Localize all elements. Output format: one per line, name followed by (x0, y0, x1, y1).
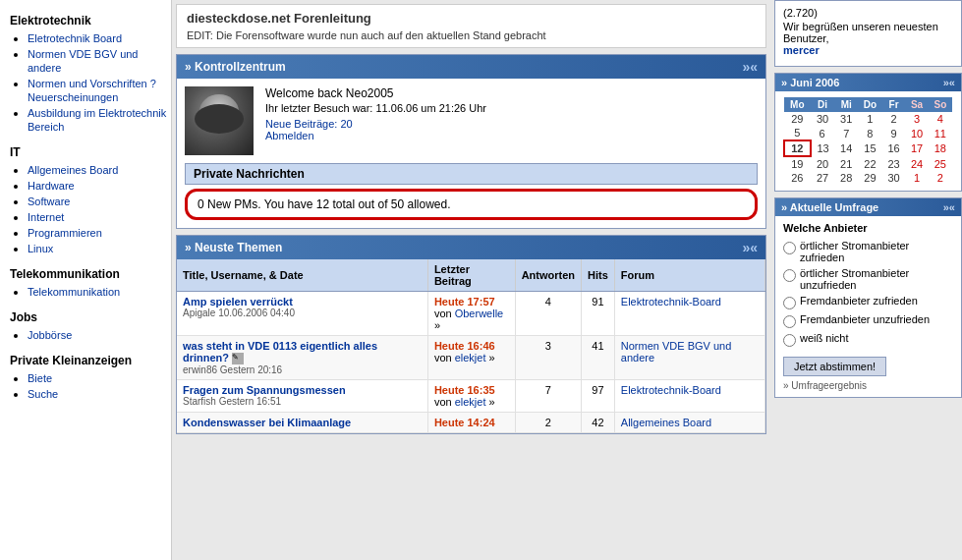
kontrollzentrum-arrows[interactable]: »« (742, 59, 758, 75)
pn-body: 0 New PMs. You have 12 total out of 50 a… (185, 189, 758, 220)
sidebar-link-1-3[interactable]: Internet (28, 211, 64, 223)
col-forum: Forum (614, 259, 764, 292)
cal-cell: 16 (882, 140, 905, 156)
topic-link-1[interactable]: was steht in VDE 0113 eigentlich alles d… (183, 340, 377, 364)
sidebar-link-1-2[interactable]: Software (28, 196, 70, 207)
topic-link-2[interactable]: Fragen zum Spannungsmessen (183, 384, 346, 396)
sidebar-link-1-0[interactable]: Allgemeines Board (28, 164, 118, 176)
author-link-0[interactable]: Oberwelle (455, 308, 504, 319)
topic-link-3[interactable]: Kondenswasser bei Klimaanlage (183, 417, 351, 428)
edit-icon: ✎ (232, 353, 244, 364)
cal-cell: 11 (929, 126, 952, 140)
sidebar-link-1-4[interactable]: Programmieren (28, 227, 102, 239)
sidebar-link-1-1[interactable]: Hardware (28, 180, 75, 192)
umfrage-box: » Aktuelle Umfrage »« Welche Anbieter ör… (774, 197, 962, 398)
col-last-beitrag: Letzter Beitrag (427, 259, 515, 292)
topic-link-0[interactable]: Amp spielen verrückt (183, 296, 293, 308)
umfrage-label-4: weiß nicht (800, 332, 849, 344)
announce-text: EDIT: Die Forensoftware wurde nun auch a… (187, 29, 756, 41)
topic-meta-0: Apigale 10.06.2006 04:40 (183, 308, 422, 318)
sidebar-link-0-3[interactable]: Ausbildung im Elektrotechnik Bereich (28, 107, 166, 133)
cal-cell: 8 (858, 126, 882, 140)
umfrage-arrows[interactable]: »« (943, 201, 955, 213)
forum-link-3[interactable]: Allgemeines Board (621, 417, 711, 428)
umfrage-radio-4[interactable] (783, 334, 796, 347)
cal-cell: 21 (834, 156, 857, 171)
cal-header-sa: Sa (905, 97, 928, 112)
sidebar-item-2-0: Telekommunikation (28, 285, 171, 299)
sidebar-item-0-0: Eletrotechnik Board (28, 31, 171, 45)
forum-3: Allgemeines Board (614, 413, 764, 433)
forum-link-0[interactable]: Elektrotechnik-Board (621, 296, 721, 308)
sidebar-link-4-0[interactable]: Biete (28, 372, 52, 384)
kontroll-links: Neue Beiträge: 20 Abmelden (265, 118, 758, 141)
sidebar-section-title-3: Jobs (0, 305, 171, 326)
antworten-3: 2 (515, 413, 581, 433)
cal-cell: 18 (929, 140, 952, 156)
beitrag-time-3: Heute 14:24 (434, 417, 495, 428)
forum-link-2[interactable]: Elektrotechnik-Board (621, 384, 721, 396)
pn-message: 0 New PMs. You have 12 total out of 50 a… (198, 197, 451, 211)
sidebar-item-1-2: Software (28, 195, 171, 208)
newcomer-count: (2.720) (783, 7, 953, 19)
sidebar-section-title-2: Telekommunikation (0, 261, 171, 283)
sidebar-link-0-2[interactable]: Normen und Vorschriften ? Neuerscheinung… (28, 78, 156, 103)
sidebar-section-1: ITAllgemeines BoardHardwareSoftwareInter… (0, 140, 171, 255)
hits-0: 91 (582, 292, 615, 336)
sidebar-item-1-1: Hardware (28, 179, 171, 193)
table-row: Kondenswasser bei KlimaanlageHeute 14:24… (177, 413, 765, 433)
umfrage-option-3: Fremdanbieter unzufrieden (783, 313, 953, 328)
umfrage-option-2: Fremdanbieter zufrieden (783, 295, 953, 309)
newcomer-text: Wir begrüßen unseren neuesten Benutzer, … (783, 21, 953, 56)
cal-cell: 19 (784, 156, 811, 171)
sidebar-section-2: TelekommunikationTelekommunikation (0, 261, 171, 299)
umfrage-radio-0[interactable] (783, 242, 796, 254)
sidebar-link-0-1[interactable]: Normen VDE BGV und andere (28, 48, 139, 74)
umfrage-radio-2[interactable] (783, 297, 796, 309)
author-link-2[interactable]: elekjet (455, 396, 486, 408)
cal-cell: 17 (905, 140, 928, 156)
sidebar-item-4-1: Suche (28, 387, 171, 401)
avatar (185, 86, 254, 155)
sidebar-link-4-1[interactable]: Suche (28, 388, 58, 400)
cal-cell: 3 (905, 112, 928, 126)
beitrag-time-0: Heute 17:57 (434, 296, 495, 308)
cal-cell: 12 (784, 140, 811, 156)
calendar-arrows[interactable]: »« (943, 77, 955, 88)
sidebar-item-0-3: Ausbildung im Elektrotechnik Bereich (28, 106, 171, 134)
umfrage-radio-3[interactable] (783, 315, 796, 328)
sidebar-link-1-5[interactable]: Linux (28, 243, 53, 254)
announcement-box: diesteckdose.net Forenleitung EDIT: Die … (176, 4, 766, 48)
newcomer-link[interactable]: mercer (783, 44, 820, 56)
neue-beitraege-link[interactable]: Neue Beiträge: 20 (265, 118, 353, 130)
cal-cell: 2 (882, 112, 905, 126)
sidebar-item-0-2: Normen und Vorschriften ? Neuerscheinung… (28, 77, 171, 104)
cal-cell: 15 (858, 140, 882, 156)
umfrage-option-4: weiß nicht (783, 332, 953, 347)
cal-cell: 28 (834, 171, 857, 185)
abstimmen-button[interactable]: Jetzt abstimmen! (783, 357, 886, 376)
sidebar-section-0: ElektrotechnikEletrotechnik BoardNormen … (0, 8, 171, 134)
abmelden-link[interactable]: Abmelden (265, 130, 314, 141)
sidebar-link-2-0[interactable]: Telekommunikation (28, 286, 120, 298)
forum-2: Elektrotechnik-Board (614, 380, 764, 413)
topic-title-cell-2: Fragen zum SpannungsmessenStarfish Geste… (177, 380, 427, 413)
themen-table: Title, Username, & Date Letzter Beitrag … (177, 259, 765, 433)
themen-arrows[interactable]: »« (742, 240, 758, 255)
forum-link-1[interactable]: Normen VDE BGV und andere (621, 340, 732, 364)
beitrag-author-1: von elekjet » (434, 352, 495, 364)
cal-header-do: Do (858, 97, 882, 112)
sidebar-link-0-0[interactable]: Eletrotechnik Board (28, 32, 122, 44)
cal-cell: 20 (811, 156, 835, 171)
topic-title-cell-3: Kondenswasser bei Klimaanlage (177, 413, 427, 433)
author-link-1[interactable]: elekjet (455, 352, 486, 364)
cal-header-mo: Mo (784, 97, 811, 112)
umfrage-radio-1[interactable] (783, 269, 796, 282)
cal-cell: 29 (784, 112, 811, 126)
kontrollzentrum-header: » Kontrollzentrum »« (177, 55, 765, 79)
cal-cell: 29 (858, 171, 882, 185)
umfrage-question: Welche Anbieter (783, 222, 953, 234)
antworten-0: 4 (515, 292, 581, 336)
sidebar-link-3-0[interactable]: Jobbörse (28, 329, 72, 341)
cal-cell: 24 (905, 156, 928, 171)
